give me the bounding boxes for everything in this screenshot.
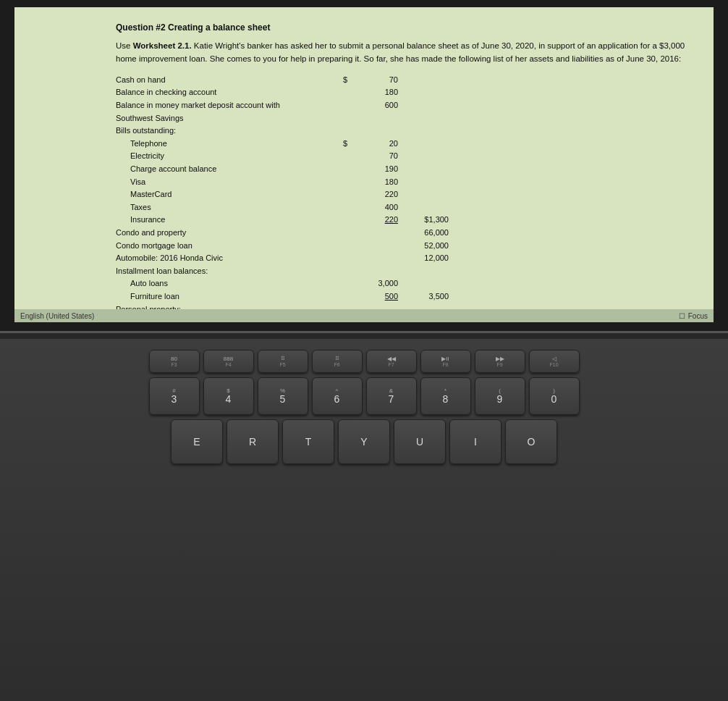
- table-row: Electricity 70: [116, 150, 692, 163]
- key-f7[interactable]: ◀◀ F7: [366, 350, 417, 373]
- key-f5[interactable]: ⠿ F5: [258, 350, 308, 373]
- screen: Question #2 Creating a balance sheet Use…: [14, 7, 714, 322]
- letter-key-row: E R T Y U I O: [14, 419, 714, 464]
- table-row: Condo mortgage loan 52,000: [116, 240, 692, 253]
- items-table: Cash on hand $ 70 Balance in checking ac…: [116, 74, 692, 316]
- focus-label: Focus: [688, 312, 708, 320]
- status-bar: English (United States) ☐ Focus: [14, 309, 714, 322]
- question-title: Question #2 Creating a balance sheet: [116, 22, 692, 34]
- key-6[interactable]: ^ 6: [312, 377, 363, 415]
- key-o[interactable]: O: [505, 419, 557, 464]
- key-4[interactable]: $ 4: [203, 377, 254, 415]
- key-3[interactable]: # 3: [149, 377, 200, 415]
- table-row: Bills outstanding:: [116, 125, 692, 138]
- key-t[interactable]: T: [282, 419, 334, 464]
- table-row: MasterCard 220: [116, 188, 692, 201]
- table-row: Southwest Savings: [116, 112, 692, 125]
- key-f6[interactable]: ⠿ F6: [312, 350, 363, 373]
- key-f3[interactable]: 80 F3: [149, 350, 200, 373]
- key-e[interactable]: E: [171, 419, 223, 464]
- key-f9[interactable]: ▶▶ F9: [475, 350, 525, 373]
- table-row: Installment loan balances:: [116, 265, 692, 278]
- laptop-body: Question #2 Creating a balance sheet Use…: [0, 0, 728, 701]
- table-row: Cash on hand $ 70: [116, 74, 692, 87]
- table-row: Automobile: 2016 Honda Civic 12,000: [116, 252, 692, 265]
- table-row: Charge account balance 190: [116, 163, 692, 176]
- key-7[interactable]: & 7: [366, 377, 417, 415]
- table-row: Balance in money market deposit account …: [116, 99, 692, 112]
- key-r[interactable]: R: [227, 419, 279, 464]
- table-row: Condo and property 66,000: [116, 227, 692, 240]
- key-i[interactable]: I: [449, 419, 501, 464]
- key-f8[interactable]: ▶II F8: [420, 350, 471, 373]
- table-row: Insurance 220 $1,300: [116, 214, 692, 227]
- table-row: Furniture loan 500 3,500: [116, 290, 692, 303]
- document-area: Question #2 Creating a balance sheet Use…: [14, 7, 714, 322]
- focus-icon: ☐: [679, 312, 685, 320]
- key-u[interactable]: U: [394, 419, 446, 464]
- key-9[interactable]: ( 9: [475, 377, 525, 415]
- table-row: Balance in checking account 180: [116, 86, 692, 99]
- language-label: English (United States): [20, 312, 94, 320]
- key-y[interactable]: Y: [338, 419, 390, 464]
- table-row: Taxes 400: [116, 201, 692, 214]
- key-f10[interactable]: ◁ F10: [529, 350, 580, 373]
- table-row: Telephone $ 20: [116, 138, 692, 151]
- key-f4[interactable]: 888 F4: [203, 350, 254, 373]
- screen-bezel: Question #2 Creating a balance sheet Use…: [0, 0, 728, 333]
- question-body: Use Worksheet 2.1. Katie Wright's banker…: [116, 40, 692, 65]
- fn-key-row: 80 F3 888 F4 ⠿ F5 ⠿ F6 ◀◀ F7 ▶II F8: [14, 350, 714, 373]
- table-row: Visa 180: [116, 176, 692, 189]
- table-row: Auto loans 3,000: [116, 277, 692, 290]
- focus-button[interactable]: ☐ Focus: [679, 312, 708, 320]
- key-5[interactable]: % 5: [258, 377, 308, 415]
- keyboard-area: 80 F3 888 F4 ⠿ F5 ⠿ F6 ◀◀ F7 ▶II F8: [0, 339, 728, 701]
- key-0[interactable]: ) 0: [529, 377, 580, 415]
- num-key-row: # 3 $ 4 % 5 ^ 6 & 7 * 8: [14, 377, 714, 415]
- key-8[interactable]: * 8: [420, 377, 471, 415]
